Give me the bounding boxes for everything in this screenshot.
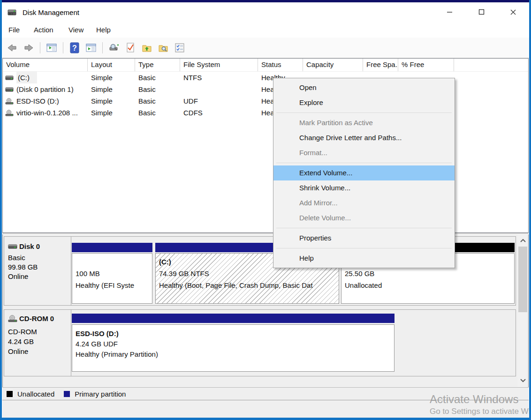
check-document-icon — [125, 42, 136, 53]
column-header-type[interactable]: Type — [135, 59, 180, 71]
context-menu-separator — [273, 160, 455, 165]
context-menu-item-properties[interactable]: Properties — [273, 231, 455, 246]
layout-cell: Simple — [88, 95, 135, 107]
menu-help[interactable]: Help — [96, 22, 111, 38]
region-status: Unallocated — [345, 279, 382, 291]
context-menu-item-add-mirror: Add Mirror... — [273, 195, 455, 210]
window-border-top — [0, 0, 531, 2]
disk-size: 99.98 GB — [8, 263, 38, 271]
back-button[interactable] — [6, 41, 19, 54]
volume-context-menu: Open Explore Mark Partition as Active Ch… — [273, 78, 455, 268]
disk-icon — [8, 243, 17, 250]
column-header-percent-free[interactable]: % Free — [398, 59, 454, 71]
disk-status: Online — [8, 272, 28, 280]
folder-search-button[interactable] — [157, 41, 170, 54]
layout-cell: Simple — [88, 107, 135, 119]
rescan-disks-button[interactable] — [107, 41, 121, 54]
file-system-cell: NTFS — [180, 72, 258, 83]
region-size: 25.50 GB — [345, 268, 382, 279]
folder-search-icon — [158, 43, 169, 53]
help-button[interactable]: ? — [68, 41, 81, 54]
context-menu-item-format: Format... — [273, 145, 455, 160]
context-menu-separator — [273, 246, 455, 251]
chevron-down-icon — [520, 378, 526, 382]
check-volume-button[interactable] — [124, 41, 137, 54]
context-menu-separator — [273, 225, 455, 231]
app-icon — [7, 8, 18, 19]
column-header-layout[interactable]: Layout — [88, 59, 135, 71]
context-menu-item-explore[interactable]: Explore — [273, 95, 455, 110]
context-menu-item-open[interactable]: Open — [273, 80, 455, 95]
volume-name: ESD-ISO (D:) — [16, 95, 59, 107]
show-action-pane-button[interactable] — [84, 41, 98, 54]
properties-list-button[interactable] — [173, 41, 186, 54]
column-header-volume[interactable]: Volume — [3, 59, 88, 71]
show-console-tree-button[interactable] — [45, 41, 58, 54]
partition-size: 100 MB — [76, 268, 134, 279]
svg-text:?: ? — [72, 44, 77, 52]
menu-view[interactable]: View — [68, 22, 83, 38]
esd-iso-partition[interactable]: ESD-ISO (D:) 4.24 GB UDF Healthy (Primar… — [72, 324, 394, 372]
cd-drive-icon — [5, 98, 14, 105]
column-header-status[interactable]: Status — [258, 59, 303, 71]
context-menu-separator — [273, 110, 455, 115]
volume-name: (C:) — [16, 72, 37, 83]
cd-drive-icon — [8, 315, 17, 322]
context-menu-item-extend-volume[interactable]: Extend Volume... — [273, 165, 455, 180]
rescan-disks-icon — [108, 43, 120, 53]
disk-status: Online — [8, 347, 28, 355]
disk-management-window: Disk Management File Action View Help — [0, 0, 531, 420]
scroll-down-button[interactable] — [517, 375, 528, 386]
drive-icon — [5, 75, 14, 81]
context-menu-item-change-drive-letter[interactable]: Change Drive Letter and Paths... — [273, 130, 455, 145]
console-tree-icon — [46, 43, 57, 53]
context-menu-item-help[interactable]: Help — [273, 251, 455, 266]
help-icon: ? — [69, 42, 80, 53]
forward-arrow-icon — [23, 43, 34, 53]
partition-title: ESD-ISO (D:) — [76, 329, 158, 339]
forward-button[interactable] — [22, 41, 35, 54]
window-title: Disk Management — [23, 2, 79, 22]
volume-name: (Disk 0 partition 1) — [16, 83, 74, 95]
partition-status: Healthy (Primary Partition) — [76, 349, 158, 360]
maximize-button[interactable] — [469, 2, 493, 22]
cdrom-info-panel[interactable]: CD-ROM 0 CD-ROM 4.24 GB Online — [4, 310, 71, 376]
column-header-free-space[interactable]: Free Spa... — [363, 59, 398, 71]
esd-iso-partition-bar — [72, 314, 394, 323]
folder-up-icon — [141, 43, 152, 53]
scroll-up-button[interactable] — [517, 235, 528, 246]
disk-type: Basic — [8, 254, 25, 262]
efi-partition[interactable]: 100 MB Healthy (EFI Syste — [72, 253, 152, 304]
legend-label-unallocated: Unallocated — [17, 390, 54, 398]
menu-file[interactable]: File — [8, 22, 20, 38]
type-cell: Basic — [135, 95, 180, 107]
folder-up-button[interactable] — [140, 41, 153, 54]
context-menu-item-shrink-volume[interactable]: Shrink Volume... — [273, 180, 455, 195]
close-button[interactable] — [501, 2, 525, 22]
menubar: File Action View Help — [2, 22, 529, 38]
drive-icon — [5, 87, 14, 92]
legend-swatch-primary-partition — [64, 391, 70, 397]
partition-status: Healthy (EFI Syste — [76, 279, 134, 291]
activate-windows-watermark-line1: Activate Windows — [430, 393, 518, 406]
partition-status: Healthy (Boot, Page File, Crash Dump, Ba… — [159, 279, 313, 291]
column-header-file-system[interactable]: File System — [180, 59, 258, 71]
checklist-icon — [174, 43, 185, 53]
context-menu-item-mark-partition-active: Mark Partition as Active — [273, 115, 455, 130]
activate-windows-watermark-line2: Go to Settings to activate Windows. — [430, 407, 531, 416]
legend-label-primary-partition: Primary partition — [75, 390, 126, 398]
disk-type: CD-ROM — [8, 328, 37, 336]
layout-cell: Simple — [88, 72, 135, 83]
scrollbar-thumb[interactable] — [518, 247, 527, 312]
minimize-button[interactable] — [437, 2, 462, 22]
context-menu-item-delete-volume: Delete Volume... — [273, 210, 455, 225]
menu-action[interactable]: Action — [34, 22, 53, 38]
disk0-info-panel[interactable]: Disk 0 Basic 99.98 GB Online — [4, 237, 71, 305]
disk-size: 4.24 GB — [8, 338, 34, 345]
type-cell: Basic — [135, 107, 180, 119]
window-border-left — [0, 0, 2, 420]
toolbar: ? — [2, 38, 529, 58]
disk-name: Disk 0 — [19, 242, 40, 250]
layout-cell: Simple — [88, 83, 135, 95]
column-header-capacity[interactable]: Capacity — [303, 59, 363, 71]
